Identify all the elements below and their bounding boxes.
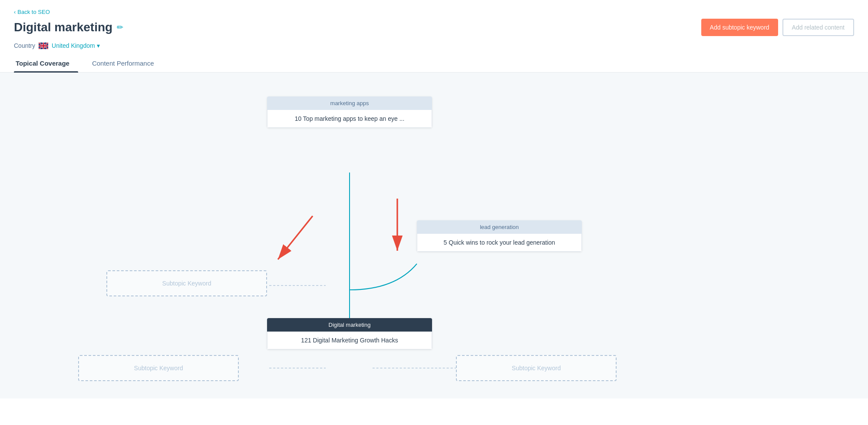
country-value: United Kingdom [52,42,95,49]
edit-icon[interactable]: ✏ [117,23,123,32]
lead-generation-content: 5 Quick wins to rock your lead generatio… [417,234,582,252]
title-row: Digital marketing ✏ Add subtopic keyword… [14,19,854,36]
country-selector[interactable]: United Kingdom ▾ [52,42,100,49]
main-content: marketing apps 10 Top marketing apps to … [0,73,868,398]
tabs: Topical Coverage Content Performance [14,55,854,72]
page-wrapper: ‹ Back to SEO Digital marketing ✏ Add su… [0,0,868,425]
center-node-label: Digital marketing [267,318,432,332]
subtopic-node-1[interactable]: Subtopic Keyword [106,270,267,296]
subtopic-node-3[interactable]: Subtopic Keyword [456,355,617,381]
marketing-apps-node[interactable]: marketing apps 10 Top marketing apps to … [267,96,432,128]
country-label: Country [14,42,35,49]
center-node[interactable]: Digital marketing 121 Digital Marketing … [267,318,432,349]
header: ‹ Back to SEO Digital marketing ✏ Add su… [0,0,868,73]
add-subtopic-button[interactable]: Add subtopic keyword [701,19,778,36]
lead-generation-node[interactable]: lead generation 5 Quick wins to rock you… [417,220,582,252]
arrow-1-icon [252,212,339,268]
center-node-content: 121 Digital Marketing Growth Hacks [267,332,432,349]
page-title: Digital marketing ✏ [14,20,123,34]
back-label: Back to SEO [17,9,50,15]
marketing-apps-label: marketing apps [267,96,432,110]
country-dropdown-icon: ▾ [97,42,100,49]
page-title-text: Digital marketing [14,20,112,34]
lead-generation-label: lead generation [417,220,582,234]
header-buttons: Add subtopic keyword Add related content [701,19,854,36]
tab-topical-coverage[interactable]: Topical Coverage [14,55,78,72]
country-row: Country United Kingdom ▾ [14,42,854,49]
uk-flag-icon [39,43,48,49]
subtopic-node-2[interactable]: Subtopic Keyword [78,355,239,381]
back-link[interactable]: ‹ Back to SEO [14,9,50,15]
back-chevron-icon: ‹ [14,9,16,15]
marketing-apps-content: 10 Top marketing apps to keep an eye ... [267,110,432,128]
add-related-content-button[interactable]: Add related content [782,19,854,36]
tab-content-performance[interactable]: Content Performance [90,55,163,72]
